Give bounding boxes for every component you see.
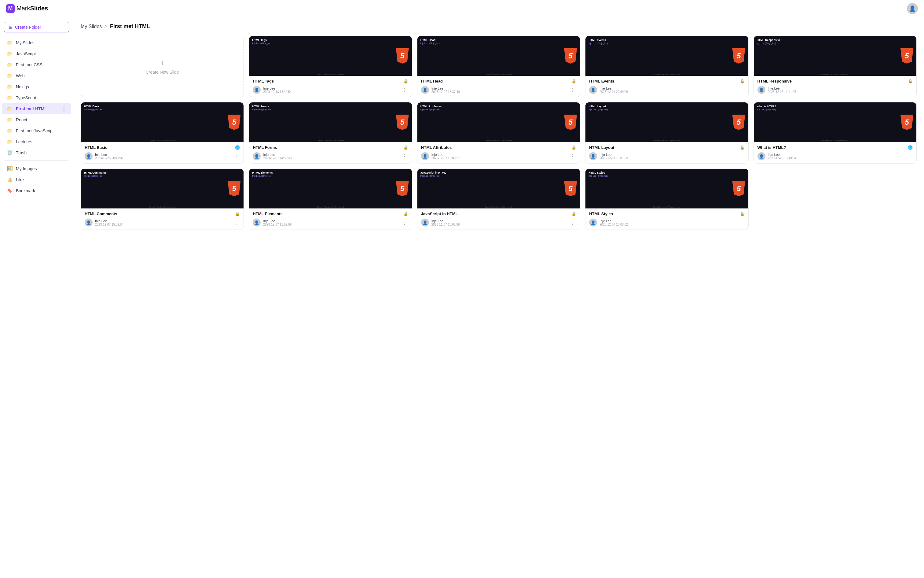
slide-thumbnail: HTML Elements Inje Lee (@inje_lee) 5 Cop… [249,169,412,208]
thumb-author: Inje Lee (@inje_lee) [757,42,913,44]
slide-card-html-events[interactable]: HTML Events Inje Lee (@inje_lee) 5 Copyr… [585,36,748,97]
slide-more-button[interactable]: ⋮ [905,86,913,94]
sidebar-item-label: React [16,117,27,122]
html5-logo: 5 [564,115,577,130]
slide-more-button[interactable]: ⋮ [232,219,240,226]
slide-date: 2023-12-07 15:02:59 [431,223,460,226]
thumb-title: HTML Head [420,39,577,42]
visibility-icon: 🔒 [740,79,745,83]
thumb-title: HTML Elements [252,171,409,174]
slide-info: HTML Events 🔒 👤 Inje Lee 2023-12-11 22:0… [585,76,748,97]
slide-thumbnail: HTML Styles Inje Lee (@inje_lee) 5 Copyr… [585,169,748,208]
slide-info: HTML Elements 🔒 👤 Inje Lee 2023-12-07 15… [249,208,412,229]
slide-more-button[interactable]: ⋮ [737,219,745,226]
slide-date: 2023-12-07 14:59:50 [263,156,292,160]
slide-more-button[interactable]: ⋮ [905,153,913,160]
thumb-author: Inje Lee (@inje_lee) [420,42,577,44]
sidebar-item-react[interactable]: 📁 React ⋮ [2,114,71,125]
folder-icon: 📁 [7,117,13,123]
slide-card-what-is-html[interactable]: What is HTML? Inje Lee (@inje_lee) 5 Cop… [754,102,917,164]
slide-card-html-forms[interactable]: HTML Forms Inje Lee (@inje_lee) 5 Copyri… [249,102,412,164]
slide-more-button[interactable]: ⋮ [569,153,576,160]
slide-date: 2023-12-07 15:01:23 [600,156,628,160]
sidebar-item-my-slides[interactable]: 📁 My Slides [2,37,71,48]
slide-card-html-attributes[interactable]: HTML Attributes Inje Lee (@inje_lee) 5 C… [417,102,580,164]
sidebar-item-label: Lectures [16,140,32,144]
slide-more-button[interactable]: ⋮ [232,153,240,160]
sidebar-item-typescript[interactable]: 📁 TypeScript ⋮ [2,92,71,103]
slide-card-html-basic[interactable]: HTML Basic Inje Lee (@inje_lee) 5 Copyri… [81,102,244,164]
user-avatar[interactable]: 👤 [907,3,918,14]
slide-card-html-layout[interactable]: HTML Layout Inje Lee (@inje_lee) 5 Copyr… [585,102,748,164]
slide-meta: 👤 Inje Lee 2023-12-23 11:41:25 ⋮ [757,86,913,94]
sidebar-item-my-images[interactable]: 🖼️ My Images [2,163,71,174]
thumb-author: Inje Lee (@inje_lee) [84,109,240,110]
slide-more-button[interactable]: ⋮ [737,86,745,94]
sidebar: ⊞ Create Folder 📁 My Slides 📁 JavaScript… [0,17,73,578]
sidebar-item-first-met-javascript[interactable]: 📁 First met JavaScript ⋮ [2,125,71,136]
create-new-slide-label: Create New Slide [146,70,179,75]
slide-title-row: HTML Head 🔒 [421,79,576,83]
sidebar-item-lectures[interactable]: 📁 Lectures ⋮ [2,136,71,147]
create-folder-button[interactable]: ⊞ Create Folder [4,22,70,32]
sidebar-item-nextjs[interactable]: 📁 Next.js ⋮ [2,81,71,92]
slide-title-row: HTML Elements 🔒 [253,211,408,216]
slide-info: JavaScript in HTML 🔒 👤 Inje Lee 2023-12-… [417,208,580,229]
slide-info: HTML Layout 🔒 👤 Inje Lee 2023-12-07 15:0… [585,142,748,163]
slide-card-javascript-in-html[interactable]: JavaScript in HTML Inje Lee (@inje_lee) … [417,169,580,230]
slide-author-avatar: 👤 [421,86,429,94]
slide-card-html-responsive[interactable]: HTML Responsive Inje Lee (@inje_lee) 5 C… [754,36,917,97]
more-icon[interactable]: ⋮ [62,106,66,112]
slide-meta-left: 👤 Inje Lee 2023-12-26 20:47:07 [84,152,123,160]
slide-card-html-head[interactable]: HTML Head Inje Lee (@inje_lee) 5 Copyrig… [417,36,580,97]
app-logo: M MarkSlides [6,4,48,13]
slide-more-button[interactable]: ⋮ [401,153,408,160]
slide-title-row: HTML Events 🔒 [589,79,744,83]
logo-icon: M [6,4,15,13]
slide-date: 2023-12-07 15:02:54 [95,223,123,226]
html5-logo: 5 [228,115,240,130]
slide-more-button[interactable]: ⋮ [569,86,576,94]
slide-title-row: HTML Comments 🔒 [84,211,240,216]
slide-author-name: Inje Lee [263,153,292,156]
sidebar-item-like[interactable]: 👍 Like [2,174,71,185]
create-new-slide-card[interactable]: + Create New Slide [81,36,244,97]
thumb-author: Inje Lee (@inje_lee) [588,109,745,110]
slide-meta: 👤 Inje Lee 2023-12-07 15:00:27 ⋮ [421,152,576,160]
slide-card-html-elements[interactable]: HTML Elements Inje Lee (@inje_lee) 5 Cop… [249,169,412,230]
logo-text: MarkSlides [16,5,48,12]
slide-more-button[interactable]: ⋮ [401,86,408,94]
sidebar-item-label: TypeScript [16,95,36,100]
slide-date: 2023-12-23 11:41:25 [768,90,796,94]
visibility-icon: 🔒 [908,79,913,83]
breadcrumb-root[interactable]: My Slides [81,24,102,29]
sidebar-item-bookmark[interactable]: 🔖 Bookmark [2,185,71,196]
slide-meta: 👤 Inje Lee 2023-12-26 20:47:07 ⋮ [84,152,240,160]
slide-card-html-tags[interactable]: HTML Tags Inje Lee (@inje_lee) 5 Copyrig… [249,36,412,97]
like-icon: 👍 [7,177,13,182]
slide-meta-left: 👤 Inje Lee 2023-12-07 15:00:27 [421,152,460,160]
slide-more-button[interactable]: ⋮ [569,219,576,226]
sidebar-item-first-met-html[interactable]: 📁 First met HTML ⋮ [2,103,71,114]
thumb-author: Inje Lee (@inje_lee) [588,42,745,44]
slide-author-name: Inje Lee [431,219,460,223]
slide-author-info: Inje Lee 2023-12-07 15:37:40 [431,86,460,94]
slide-card-html-styles[interactable]: HTML Styles Inje Lee (@inje_lee) 5 Copyr… [585,169,748,230]
slide-title-row: HTML Forms 🔒 [253,145,408,150]
thumb-title: HTML Responsive [757,39,913,42]
slide-thumbnail: JavaScript in HTML Inje Lee (@inje_lee) … [417,169,580,208]
sidebar-item-label: JavaScript [16,51,36,56]
sidebar-item-web[interactable]: 📁 Web ⋮ [2,70,71,81]
slide-card-html-comments[interactable]: HTML Comments Inje Lee (@inje_lee) 5 Cop… [81,169,244,230]
slide-meta: 👤 Inje Lee 2023-12-07 15:37:40 ⋮ [421,86,576,94]
sidebar-item-javascript[interactable]: 📁 JavaScript ⋮ [2,48,71,59]
sidebar-item-first-met-css[interactable]: 📁 First met CSS ⋮ [2,59,71,70]
slide-title: HTML Styles [589,211,613,216]
slide-more-button[interactable]: ⋮ [737,153,745,160]
slide-author-name: Inje Lee [431,86,460,90]
html5-logo: 5 [396,181,409,196]
slide-date: 2023-12-26 20:47:07 [95,156,123,160]
sidebar-item-trash[interactable]: 🗑️ Trash [2,147,71,158]
slide-more-button[interactable]: ⋮ [401,219,408,226]
slide-title: HTML Events [589,79,614,83]
